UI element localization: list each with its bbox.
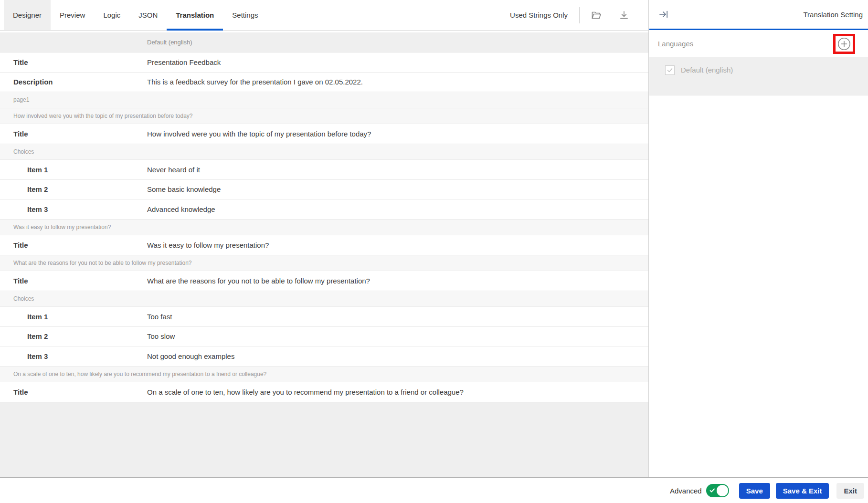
translation-value-cell[interactable]: Not good enough examples: [147, 352, 234, 360]
add-language-highlight-box: [833, 34, 855, 54]
toggle-check-icon: [709, 487, 716, 494]
row-label: Title: [0, 58, 147, 66]
section-header-choices: Choices: [0, 144, 648, 160]
translation-value-cell[interactable]: Advanced knowledge: [147, 205, 215, 213]
tab-preview[interactable]: Preview: [51, 0, 94, 30]
folder-open-icon: [591, 10, 602, 21]
languages-header-row: Languages: [649, 30, 868, 57]
translation-value-cell[interactable]: Some basic knowledge: [147, 185, 221, 193]
tab-designer[interactable]: Designer: [4, 0, 51, 30]
section-header-question: What are the reasons for you not to be a…: [0, 255, 648, 272]
row-label: Item 3: [0, 205, 147, 213]
row-label: Title: [0, 130, 147, 138]
save-and-exit-button[interactable]: Save & Exit: [776, 483, 829, 499]
toggle-knob: [717, 485, 728, 496]
translation-value-cell[interactable]: Never heard of it: [147, 166, 200, 174]
plus-circle-icon: [837, 37, 851, 51]
add-language-button[interactable]: [837, 37, 851, 51]
row-label: Title: [0, 241, 147, 249]
section-header-question: How involved were you with the topic of …: [0, 108, 648, 125]
advanced-toggle[interactable]: [706, 484, 729, 497]
tab-logic[interactable]: Logic: [94, 0, 129, 30]
section-header-question: On a scale of one to ten, how likely are…: [0, 367, 648, 383]
tab-translation[interactable]: Translation: [167, 0, 223, 30]
advanced-toggle-label: Advanced: [670, 487, 702, 495]
table-row: Title What are the reasons for you not t…: [0, 271, 648, 291]
default-language-label: Default (english): [681, 65, 733, 75]
table-row: Item 2 Some basic knowledge: [0, 180, 648, 200]
default-language-checkbox[interactable]: [665, 65, 675, 75]
languages-label: Languages: [658, 40, 693, 48]
translation-editor-area: Designer Preview Logic JSON Translation …: [0, 0, 649, 477]
translation-value-cell[interactable]: Too slow: [147, 332, 175, 340]
translation-settings-panel: Translation Setting Languages Default (e…: [649, 0, 868, 477]
section-header-question: Was it easy to follow my presentation?: [0, 220, 648, 236]
section-header-choices: Choices: [0, 291, 648, 307]
table-row: Title How involved were you with the top…: [0, 124, 648, 144]
translation-value-cell[interactable]: Presentation Feedback: [147, 58, 221, 66]
table-row: Item 1 Too fast: [0, 307, 648, 327]
table-row: Title Was it easy to follow my presentat…: [0, 235, 648, 255]
translation-value-cell[interactable]: Too fast: [147, 313, 172, 321]
row-label: Description: [0, 78, 147, 86]
download-icon: [618, 10, 630, 21]
translation-value-cell[interactable]: This is a feedback survey for the presen…: [147, 78, 363, 86]
table-empty-area: [0, 402, 648, 478]
tab-json-label: JSON: [138, 11, 158, 19]
table-row: Title Presentation Feedback: [0, 52, 648, 73]
tab-translation-label: Translation: [176, 11, 214, 19]
row-label: Item 2: [0, 332, 147, 340]
table-row: Item 3 Advanced knowledge: [0, 199, 648, 220]
table-row: Description This is a feedback survey fo…: [0, 73, 648, 93]
collapse-panel-button[interactable]: [657, 8, 670, 21]
language-column-header-label: Default (english): [147, 39, 192, 46]
tab-settings-label: Settings: [232, 11, 258, 19]
panel-title: Translation Setting: [803, 10, 863, 19]
section-header-page: page1: [0, 92, 648, 108]
translation-value-cell[interactable]: How involved were you with the topic of …: [147, 130, 371, 138]
translation-value-cell[interactable]: On a scale of one to ten, how likely are…: [147, 388, 464, 396]
row-label: Item 3: [0, 352, 147, 360]
exit-button[interactable]: Exit: [836, 483, 864, 499]
collapse-panel-icon: [658, 9, 669, 20]
export-csv-button[interactable]: [618, 9, 630, 21]
row-label: Title: [0, 388, 147, 396]
table-row: Item 2 Too slow: [0, 327, 648, 347]
tab-json[interactable]: JSON: [129, 0, 167, 30]
import-csv-button[interactable]: [590, 9, 603, 21]
language-column-header: Default (english): [0, 32, 648, 52]
tab-designer-label: Designer: [13, 11, 42, 19]
footer-bar: Advanced Save Save & Exit Exit: [0, 477, 868, 503]
panel-header: Translation Setting: [649, 0, 868, 29]
toolbar-divider: [579, 7, 580, 23]
translation-value-cell[interactable]: Was it easy to follow my presentation?: [147, 241, 269, 249]
row-label: Title: [0, 277, 147, 285]
table-row: Item 1 Never heard of it: [0, 160, 648, 180]
tab-preview-label: Preview: [60, 11, 85, 19]
creator-tab-bar: Designer Preview Logic JSON Translation …: [0, 0, 648, 31]
used-strings-only-button[interactable]: Used Strings Only: [510, 11, 568, 19]
translation-toolbar: Used Strings Only: [510, 0, 648, 30]
tab-logic-label: Logic: [103, 11, 120, 19]
default-language-row: Default (english): [649, 57, 868, 95]
check-icon: [667, 67, 673, 73]
row-label: Item 1: [0, 166, 147, 174]
save-button[interactable]: Save: [739, 483, 770, 499]
tab-settings[interactable]: Settings: [223, 0, 267, 30]
row-label: Item 1: [0, 313, 147, 321]
translation-value-cell[interactable]: What are the reasons for you not to be a…: [147, 277, 370, 285]
table-row: Title On a scale of one to ten, how like…: [0, 382, 648, 402]
row-label: Item 2: [0, 185, 147, 193]
table-row: Item 3 Not good enough examples: [0, 346, 648, 367]
